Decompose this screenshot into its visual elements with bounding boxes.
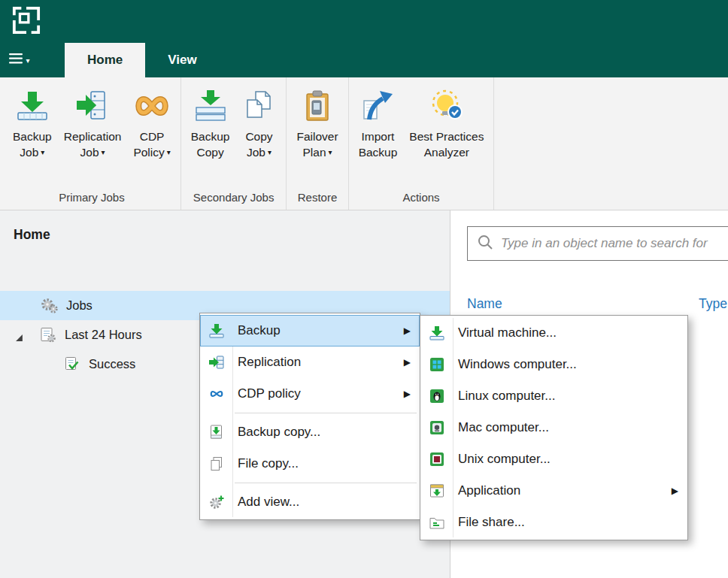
group-label-primary-jobs: Primary Jobs — [7, 191, 177, 210]
menu-item-backup-copy[interactable]: Backup copy... — [200, 416, 420, 448]
column-header-type[interactable]: Type — [699, 296, 727, 312]
best-practices-analyzer-icon — [429, 85, 464, 127]
backup-job-button[interactable]: Backup Job▾ — [7, 83, 58, 162]
submenu-arrow-icon: ▶ — [672, 486, 678, 496]
menu-item-backup[interactable]: Backup ▶ — [200, 315, 420, 346]
submenu-item-virtual-machine[interactable]: Virtual machine... — [420, 317, 687, 349]
menu-item-file-copy[interactable]: File copy... — [200, 448, 420, 480]
menu-item-cdp-policy[interactable]: CDP policy ▶ — [200, 378, 420, 410]
mac-computer-icon — [420, 419, 453, 436]
replication-job-button[interactable]: Replication Job▾ — [58, 83, 128, 162]
submenu-item-file-share[interactable]: File share... — [420, 507, 687, 538]
backup-copy-button[interactable]: Backup Copy — [185, 83, 236, 162]
jobs-icon — [41, 297, 59, 315]
ribbon: Backup Job▾ Replication — [0, 77, 728, 210]
menu-item-add-view[interactable]: Add view... — [200, 486, 420, 518]
veeam-console-window: ▾ Home View Backup Job — [0, 0, 728, 578]
success-icon — [63, 356, 81, 374]
backup-copy-icon — [193, 85, 228, 127]
context-menu: Backup ▶ Replication ▶ CDP policy ▶ — [199, 313, 420, 520]
cdp-policy-icon — [200, 386, 233, 402]
ribbon-group-primary-jobs: Backup Job▾ Replication — [3, 77, 181, 210]
group-label-restore: Restore — [290, 191, 344, 210]
dropdown-arrow-icon: ▾ — [41, 144, 44, 160]
group-label-actions: Actions — [353, 191, 490, 210]
virtual-machine-icon — [420, 325, 453, 341]
ribbon-tab-row: ▾ Home View — [0, 43, 728, 77]
search-input[interactable] — [501, 236, 728, 251]
submenu-arrow-icon: ▶ — [404, 325, 411, 336]
titlebar — [0, 0, 728, 43]
file-copy-icon — [200, 455, 233, 472]
submenu-arrow-icon: ▶ — [404, 389, 411, 399]
copy-job-icon — [241, 85, 276, 127]
submenu-item-mac-computer[interactable]: Mac computer... — [420, 412, 687, 443]
search-box[interactable] — [467, 226, 728, 261]
menu-separator — [235, 483, 417, 483]
submenu-item-application[interactable]: Application ▶ — [420, 475, 687, 507]
last-24-hours-icon — [39, 326, 57, 344]
failover-plan-button[interactable]: Failover Plan▾ — [290, 83, 344, 162]
import-backup-icon — [360, 85, 395, 127]
dropdown-arrow-icon: ▾ — [167, 144, 171, 160]
backup-submenu: Virtual machine... Windows computer... — [420, 315, 688, 540]
menu-item-replication[interactable]: Replication ▶ — [200, 346, 420, 378]
main-menu-button[interactable]: ▾ — [0, 43, 39, 77]
ribbon-group-actions: Import Backup — [349, 77, 495, 210]
linux-computer-icon — [420, 388, 453, 404]
ribbon-group-restore: Failover Plan▾ Restore — [287, 77, 348, 210]
failover-plan-icon — [300, 85, 335, 127]
submenu-arrow-icon: ▶ — [404, 357, 411, 368]
file-share-icon — [420, 514, 453, 531]
column-header-name[interactable]: Name — [467, 296, 502, 312]
unix-computer-icon — [420, 451, 453, 468]
tree-expander-icon[interactable] — [15, 331, 23, 345]
menu-separator — [235, 413, 417, 413]
dropdown-arrow-icon: ▾ — [268, 144, 271, 160]
submenu-item-linux-computer[interactable]: Linux computer... — [420, 380, 687, 412]
backup-job-icon — [15, 85, 50, 127]
replication-job-icon — [75, 85, 110, 127]
tab-home[interactable]: Home — [65, 43, 145, 77]
veeam-logo-icon — [12, 6, 41, 38]
backup-icon — [200, 322, 233, 339]
search-icon — [477, 234, 493, 253]
backup-copy-icon — [200, 424, 233, 440]
import-backup-button[interactable]: Import Backup — [353, 83, 404, 162]
group-label-secondary-jobs: Secondary Jobs — [185, 191, 283, 210]
cdp-policy-icon — [135, 85, 169, 127]
ribbon-group-secondary-jobs: Backup Copy Copy — [181, 77, 287, 210]
windows-computer-icon — [420, 356, 453, 373]
best-practices-analyzer-button[interactable]: Best Practices Analyzer — [403, 83, 490, 162]
replication-icon — [200, 354, 233, 371]
dropdown-arrow-icon: ▾ — [329, 144, 332, 160]
hamburger-caret-icon: ▾ — [26, 56, 29, 65]
application-icon — [420, 483, 453, 499]
cdp-policy-button[interactable]: CDP Policy▾ — [127, 83, 176, 162]
dropdown-arrow-icon: ▾ — [102, 144, 105, 160]
navigation-pane-title: Home — [0, 210, 450, 243]
copy-job-button[interactable]: Copy Job▾ — [235, 83, 282, 162]
hamburger-icon — [9, 53, 23, 67]
submenu-item-windows-computer[interactable]: Windows computer... — [420, 349, 687, 380]
tab-view[interactable]: View — [145, 43, 219, 77]
submenu-item-unix-computer[interactable]: Unix computer... — [420, 443, 687, 475]
add-view-icon — [200, 494, 233, 510]
